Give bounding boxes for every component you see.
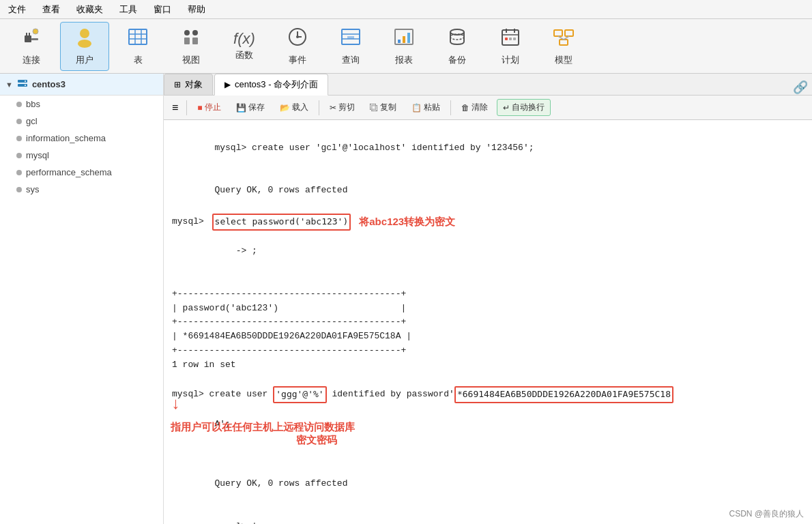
connection-name: centos3 [32,79,66,89]
svg-point-6 [78,40,91,48]
sidebar-item-label: mysql [26,150,49,160]
toolbar-backup[interactable]: 备份 [433,22,482,71]
tab-object[interactable]: ⊞ 对象 [164,74,213,95]
svg-rect-39 [560,40,568,45]
sidebar-connection-header[interactable]: ▼ centos3 [0,74,163,96]
stop-icon: ■ [197,103,202,113]
sidebar-item-mysql[interactable]: mysql [0,147,163,164]
sidebar-item-label: bbs [26,99,40,109]
query-icon [340,26,362,51]
clear-button[interactable]: 🗑 清除 [455,99,494,116]
sidebar-item-performance-schema[interactable]: performance_schema [0,164,163,181]
object-tab-icon: ⊞ [174,80,181,89]
annotation-abc123: 将abc123转换为密文 [359,214,455,230]
db-dot-icon [16,119,22,124]
paste-icon: 📋 [411,103,422,113]
sidebar-item-label: gcl [26,116,38,126]
cut-button[interactable]: ✂ 剪切 [323,99,361,116]
cmd-tab-icon: ▶ [224,80,231,89]
svg-rect-3 [31,38,38,40]
svg-rect-7 [129,29,147,44]
chevron-down-icon: ▼ [5,81,13,89]
connect-icon [20,26,42,51]
db-dot-icon [16,153,22,158]
table-icon [127,26,149,51]
sidebar-item-information-schema[interactable]: information_schema [0,130,163,147]
view-icon [180,26,202,51]
toolbar-model[interactable]: 模型 [539,22,588,71]
menu-file[interactable]: 文件 [5,2,29,17]
cut-icon: ✂ [330,103,336,113]
select-password-highlight: select password('abc123') [212,214,351,231]
svg-point-44 [25,81,26,82]
terminal-blank [172,273,804,287]
save-button[interactable]: 💾 保存 [230,99,271,116]
menu-tools[interactable]: 工具 [117,2,140,17]
autorun-button[interactable]: ↵ 自动换行 [497,99,551,116]
toolbar-plan[interactable]: 计划 [486,22,535,71]
sidebar-item-sys[interactable]: sys [0,181,163,198]
toolbar-event[interactable]: 事件 [273,22,322,71]
svg-rect-14 [184,38,190,44]
toolbar-connect[interactable]: 连接 [7,22,56,71]
toolbar-report[interactable]: 报表 [379,22,429,71]
toolbar-function[interactable]: f(x) 函数 [220,22,269,71]
user-label: 用户 [76,54,93,66]
svg-rect-38 [565,30,573,36]
menu-help[interactable]: 帮助 [185,2,208,17]
stop-button[interactable]: ■ 停止 [191,99,227,116]
plan-icon [499,26,521,51]
menu-favorites[interactable]: 收藏夹 [74,2,106,17]
terminal-blank2 [172,373,804,387]
svg-rect-37 [554,30,562,36]
user-icon [74,26,96,51]
svg-point-45 [25,85,26,86]
sidebar-item-label: performance_schema [26,167,112,177]
event-icon [287,26,308,51]
terminal-text: Query OK, 0 rows affected [214,478,347,489]
terminal-text: Query OK, 0 rows affected [214,185,347,195]
function-icon: f(x) [233,31,255,46]
svg-rect-15 [192,38,198,44]
svg-rect-26 [403,36,405,43]
hamburger-menu-icon[interactable]: ≡ [168,100,182,115]
table-label: 表 [134,54,143,66]
terminal-text: mysql> | [214,521,257,524]
db-dot-icon [16,187,22,192]
svg-rect-1 [26,33,27,36]
event-label: 事件 [289,54,306,66]
menu-view[interactable]: 查看 [40,2,63,17]
terminal-text: mysql> [172,215,209,229]
main-layout: ▼ centos3 bbs gcl information_schema [0,74,812,524]
copy-icon: ⿻ [370,103,378,113]
backup-icon [446,26,468,51]
paste-button[interactable]: 📋 粘贴 [405,99,446,116]
tab-cmd[interactable]: ▶ centos3 - 命令列介面 [214,74,328,96]
report-label: 报表 [395,54,413,66]
load-button[interactable]: 📂 载入 [274,99,315,116]
toolbar-view[interactable]: 视图 [166,22,216,71]
annotation-cipher: 密文密码 [296,434,337,446]
toolbar-query[interactable]: 查询 [326,22,375,71]
svg-point-13 [192,30,198,35]
annotation-remote-access: 指用户可以在任何主机上远程访问数据库 [171,419,355,435]
new-tab-icon[interactable]: 🔗 [793,80,808,95]
toolbar-table[interactable]: 表 [113,22,162,71]
svg-rect-25 [398,40,401,43]
db-dot-icon [16,102,22,107]
sidebar-item-gcl[interactable]: gcl [0,113,163,130]
terminal-area[interactable]: mysql> create user 'gcl'@'localhost' ide… [164,120,812,524]
plan-label: 计划 [502,54,519,66]
connect-label: 连接 [23,54,40,66]
sidebar-item-bbs[interactable]: bbs [0,96,163,113]
svg-point-12 [184,30,190,35]
server-icon [17,78,28,91]
copy-button[interactable]: ⿻ 复制 [364,99,403,116]
menu-window[interactable]: 窗口 [151,2,174,17]
svg-point-19 [296,35,299,38]
svg-rect-2 [29,33,30,36]
terminal-query-ok2: Query OK, 0 rows affected [172,463,804,505]
tab-object-label: 对象 [185,78,203,91]
tabs-right-actions: 🔗 [793,80,812,95]
toolbar-user[interactable]: 用户 [60,22,109,71]
